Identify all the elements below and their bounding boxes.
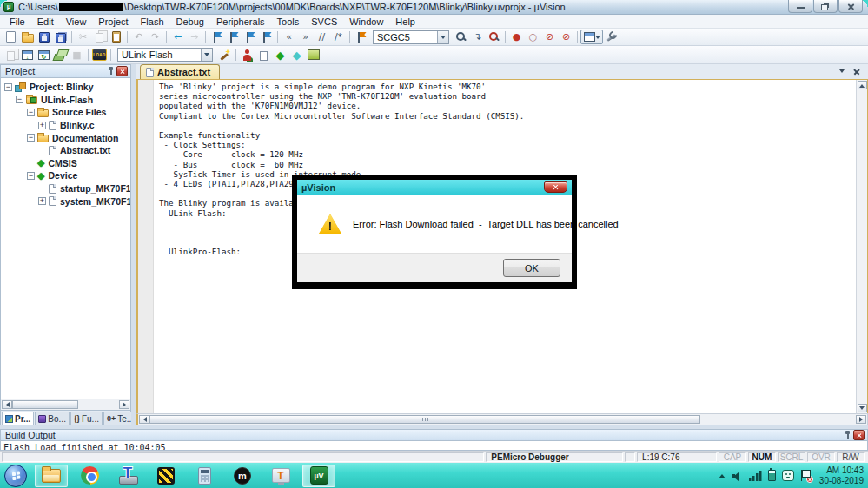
options-for-target-button[interactable] [216, 48, 233, 63]
tree-item-documentation[interactable]: −Documentation [1, 131, 130, 144]
taskbar-chrome[interactable] [73, 465, 106, 487]
project-panel-hscrollbar[interactable] [0, 399, 131, 411]
navigate-back-button[interactable]: ← [169, 30, 186, 44]
menu-edit[interactable]: Edit [31, 16, 60, 28]
menu-project[interactable]: Project [92, 16, 134, 28]
scroll-thumb[interactable] [12, 400, 78, 409]
dropdown-button[interactable] [201, 49, 212, 61]
menu-tools[interactable]: Tools [271, 16, 306, 28]
rebuild-button[interactable]: ↻ [36, 48, 52, 63]
function-navigate-combo[interactable]: SCGC5 [373, 30, 449, 44]
configuration-wrench-button[interactable] [603, 30, 620, 44]
indent-button[interactable]: » [297, 30, 314, 44]
scroll-right-button[interactable] [119, 400, 129, 409]
taskbar-mint-app[interactable]: m [226, 465, 259, 487]
stop-build-button[interactable]: ■ [69, 48, 85, 63]
copy-button[interactable] [91, 30, 108, 44]
find-in-files-button[interactable] [453, 30, 469, 44]
menu-flash[interactable]: Flash [135, 16, 170, 28]
dropdown-button[interactable] [437, 31, 448, 43]
insert-breakpoint-button[interactable]: ● [508, 30, 525, 44]
tab-books[interactable]: Bo... [35, 412, 70, 425]
download-to-flash-button[interactable]: LOAD [91, 48, 108, 63]
save-all-button[interactable] [52, 30, 69, 44]
tray-battery-icon[interactable] [768, 470, 776, 481]
taskbar-tera-term[interactable]: T [264, 465, 297, 487]
menu-peripherals[interactable]: Peripherals [210, 16, 271, 28]
tray-action-center-flag-icon[interactable] [800, 470, 811, 481]
tree-item-device[interactable]: −◆Device [1, 169, 130, 182]
tree-expander[interactable]: − [4, 83, 12, 91]
bookmark-clear-all-button[interactable] [258, 30, 275, 44]
tray-device-icon[interactable] [782, 470, 794, 481]
bookmark-prev-button[interactable] [225, 30, 242, 44]
tree-item-ulink-flash[interactable]: −ULink-Flash [1, 94, 130, 107]
tree-item-startup-mk70f12[interactable]: startup_MK70F12 [1, 182, 130, 195]
tab-list-dropdown-icon[interactable] [839, 69, 845, 76]
tree-expander[interactable]: − [27, 172, 35, 180]
paste-button[interactable] [108, 30, 124, 44]
unindent-button[interactable]: « [281, 30, 297, 44]
tree-expander[interactable]: − [27, 109, 35, 116]
pack-installer-button[interactable] [305, 48, 321, 63]
tree-expander[interactable]: − [27, 134, 35, 142]
build-output-close-button[interactable] [853, 430, 865, 440]
tree-item-system-mk70f12[interactable]: +system_MK70F12 [1, 195, 130, 208]
taskbar-clock[interactable]: AM 10:4330-08-2019 [817, 465, 864, 486]
start-button[interactable] [4, 465, 27, 487]
editor-tab-abstract[interactable]: Abstract.txt [140, 64, 220, 79]
tray-hidden-icons-arrow[interactable] [719, 471, 726, 478]
incremental-find-button[interactable]: ↴ [469, 30, 486, 44]
close-document-icon[interactable] [853, 69, 860, 76]
menu-window[interactable]: Window [343, 16, 389, 28]
batch-build-button[interactable] [52, 48, 69, 63]
scroll-track[interactable] [12, 400, 119, 409]
pin-icon[interactable] [845, 430, 851, 440]
new-file-button[interactable] [3, 30, 19, 44]
tree-item-blinky-c[interactable]: +Blinky.c [1, 119, 130, 132]
dialog-close-button[interactable] [544, 181, 567, 193]
taskbar-uvision[interactable]: µV [302, 465, 335, 487]
tree-item-abstract-txt[interactable]: Abstract.txt [1, 144, 130, 157]
open-file-button[interactable] [19, 30, 36, 44]
translate-button[interactable] [3, 48, 19, 63]
scroll-thumb[interactable] [149, 415, 700, 424]
tree-expander[interactable]: − [16, 96, 23, 103]
select-software-packs-button[interactable]: ◆ [288, 48, 305, 63]
undo-button[interactable]: ↶ [130, 30, 147, 44]
menu-svcs[interactable]: SVCS [305, 16, 343, 28]
pin-icon[interactable] [108, 66, 115, 76]
tree-item-project-blinky[interactable]: −Project: Blinky [1, 81, 130, 94]
editor-vscrollbar[interactable] [856, 80, 867, 413]
bookmark-next-button[interactable] [242, 30, 258, 44]
menu-help[interactable]: Help [389, 16, 421, 28]
debug-windows-button[interactable] [580, 30, 603, 44]
scroll-left-button[interactable] [139, 415, 149, 424]
taskbar-explorer[interactable] [35, 465, 68, 487]
ok-button[interactable]: OK [503, 259, 560, 277]
dialog-titlebar[interactable]: µVision [297, 180, 572, 195]
manage-rte-button[interactable]: ◆ [272, 48, 288, 63]
tree-expander[interactable]: + [38, 122, 46, 129]
tab-functions[interactable]: {}Fu... [70, 412, 103, 425]
restore-button[interactable] [813, 0, 838, 13]
navigate-forward-button[interactable]: → [186, 30, 202, 44]
menu-file[interactable]: File [3, 16, 31, 28]
build-output-content[interactable]: Flash Load finished at 10:04:05 [0, 441, 868, 451]
disable-all-breakpoints-button[interactable]: ⊘ [541, 30, 558, 44]
enable-breakpoint-button[interactable]: ○ [525, 30, 541, 44]
project-panel-close-button[interactable] [116, 66, 128, 76]
build-button[interactable]: ↓ [19, 48, 36, 63]
close-button[interactable] [838, 0, 863, 13]
scroll-left-button[interactable] [2, 400, 12, 409]
tree-item-cmsis[interactable]: ◆CMSIS [1, 157, 130, 170]
configure-flags-button[interactable] [353, 30, 369, 44]
window-titlebar[interactable]: µ C:\Users\\Desktop\TWR-K70F120M\project… [0, 0, 868, 15]
file-extensions-button[interactable] [255, 48, 272, 63]
scroll-track[interactable] [149, 415, 856, 424]
find-button[interactable] [486, 30, 502, 44]
manage-project-items-button[interactable] [239, 48, 255, 63]
taskbar-pemicro[interactable] [149, 465, 182, 487]
menu-view[interactable]: View [60, 16, 93, 28]
scroll-down-button[interactable] [858, 404, 867, 412]
